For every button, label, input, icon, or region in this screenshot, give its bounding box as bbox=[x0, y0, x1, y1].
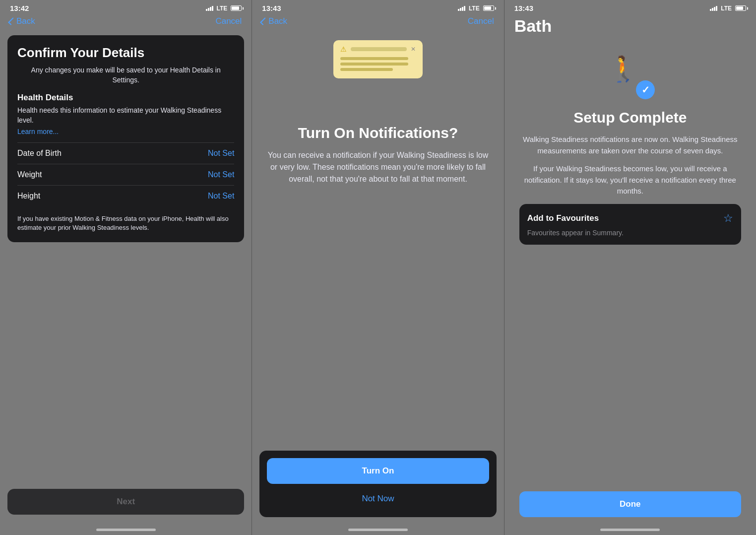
nav-bar-2: Back Cancel bbox=[252, 14, 504, 30]
status-icons-2: LTE bbox=[458, 5, 494, 12]
detail-row-height[interactable]: Height Not Set bbox=[17, 185, 234, 206]
status-icons-1: LTE bbox=[206, 5, 242, 12]
home-indicator-3 bbox=[600, 529, 660, 531]
bottom-buttons-2: Turn On Not Now bbox=[259, 451, 496, 517]
signal-icon-3 bbox=[710, 6, 717, 11]
signal-icon-1 bbox=[206, 6, 213, 11]
weight-value: Not Set bbox=[208, 170, 234, 179]
height-label: Height bbox=[17, 192, 40, 201]
battery-icon-1 bbox=[231, 5, 242, 11]
confirm-title: Confirm Your Details bbox=[17, 45, 234, 61]
home-indicator-2 bbox=[348, 529, 408, 531]
back-chevron-1 bbox=[8, 17, 16, 25]
close-icon: ✕ bbox=[411, 46, 416, 53]
lte-label-2: LTE bbox=[469, 5, 480, 12]
done-area: Done bbox=[512, 486, 749, 525]
confirm-card: Confirm Your Details Any changes you mak… bbox=[7, 35, 244, 242]
height-value: Not Set bbox=[208, 192, 234, 201]
footer-note: If you have existing Motion & Fitness da… bbox=[17, 214, 234, 232]
notif-title-bar: ⚠ ✕ bbox=[340, 45, 416, 53]
notif-title-line bbox=[351, 47, 407, 51]
status-bar-2: 13:43 LTE bbox=[252, 0, 504, 14]
favourites-header: Add to Favourites ☆ bbox=[527, 212, 733, 225]
not-now-button[interactable]: Not Now bbox=[267, 488, 489, 510]
health-section-desc: Health needs this information to estimat… bbox=[17, 106, 234, 125]
notif-window: ⚠ ✕ bbox=[333, 40, 423, 78]
screen-2: 13:43 LTE Back Cancel ⚠ bbox=[252, 0, 504, 535]
next-button[interactable]: Next bbox=[7, 489, 244, 515]
check-badge: ✓ bbox=[636, 80, 655, 99]
status-bar-3: 13:43 LTE bbox=[504, 0, 756, 14]
setup-illustration: 🚶 ✓ bbox=[605, 50, 655, 99]
cancel-button-2[interactable]: Cancel bbox=[468, 16, 494, 26]
done-button[interactable]: Done bbox=[519, 491, 741, 517]
cancel-button-1[interactable]: Cancel bbox=[215, 16, 242, 26]
setup-complete-title: Setup Complete bbox=[573, 109, 687, 126]
lte-label-1: LTE bbox=[217, 5, 228, 12]
turn-on-button[interactable]: Turn On bbox=[267, 458, 489, 484]
battery-icon-3 bbox=[735, 5, 746, 11]
next-button-area: Next bbox=[0, 484, 252, 525]
signal-icon-2 bbox=[458, 6, 465, 11]
back-chevron-2 bbox=[260, 17, 268, 25]
bath-header: Bath bbox=[504, 14, 756, 40]
nav-bar-1: Back Cancel bbox=[0, 14, 252, 30]
favourites-desc: Favourites appear in Summary. bbox=[527, 229, 733, 237]
status-bar-1: 13:42 LTE bbox=[0, 0, 252, 14]
health-section-title: Health Details bbox=[17, 93, 234, 103]
dob-label: Date of Birth bbox=[17, 149, 62, 158]
time-1: 13:42 bbox=[10, 4, 29, 12]
notification-illustration: ⚠ ✕ bbox=[328, 40, 428, 110]
notif-line-1 bbox=[340, 57, 408, 60]
detail-row-weight[interactable]: Weight Not Set bbox=[17, 164, 234, 185]
weight-label: Weight bbox=[17, 170, 42, 179]
screen3-content: 🚶 ✓ Setup Complete Walking Steadiness no… bbox=[504, 40, 756, 486]
walking-person-icon: 🚶 bbox=[608, 55, 638, 83]
time-2: 13:43 bbox=[262, 4, 281, 12]
back-button-1[interactable]: Back bbox=[10, 16, 35, 26]
screen1-content: Confirm Your Details Any changes you mak… bbox=[0, 30, 252, 484]
screen2-content: ⚠ ✕ Turn On Notifications? You can recei… bbox=[252, 30, 504, 443]
setup-desc-1: Walking Steadiness notifications are now… bbox=[519, 134, 741, 156]
setup-desc-2: If your Walking Steadiness becomes low, … bbox=[519, 163, 741, 197]
warning-icon: ⚠ bbox=[340, 45, 347, 53]
status-icons-3: LTE bbox=[710, 5, 746, 12]
star-icon[interactable]: ☆ bbox=[723, 212, 733, 225]
notifications-desc: You can receive a notification if your W… bbox=[267, 149, 489, 185]
bath-title: Bath bbox=[514, 16, 552, 35]
lte-label-3: LTE bbox=[721, 5, 732, 12]
favourites-title: Add to Favourites bbox=[527, 213, 599, 223]
screen-3: 13:43 LTE Bath 🚶 ✓ Setup Complete bbox=[504, 0, 756, 535]
learn-more-link[interactable]: Learn more... bbox=[17, 128, 234, 135]
notif-line-3 bbox=[340, 68, 393, 71]
confirm-subtitle: Any changes you make will be saved to yo… bbox=[17, 66, 234, 85]
home-indicator-1 bbox=[96, 529, 156, 531]
battery-icon-2 bbox=[483, 5, 494, 11]
detail-row-dob[interactable]: Date of Birth Not Set bbox=[17, 142, 234, 164]
notif-line-2 bbox=[340, 63, 408, 66]
time-3: 13:43 bbox=[514, 4, 533, 12]
screen-1: 13:42 LTE Back Cancel Confirm Your Detai… bbox=[0, 0, 252, 535]
notifications-title: Turn On Notifications? bbox=[298, 125, 458, 141]
checkmark-icon: ✓ bbox=[641, 84, 650, 96]
back-button-2[interactable]: Back bbox=[262, 16, 287, 26]
favourites-card[interactable]: Add to Favourites ☆ Favourites appear in… bbox=[519, 204, 741, 245]
dob-value: Not Set bbox=[208, 149, 234, 158]
